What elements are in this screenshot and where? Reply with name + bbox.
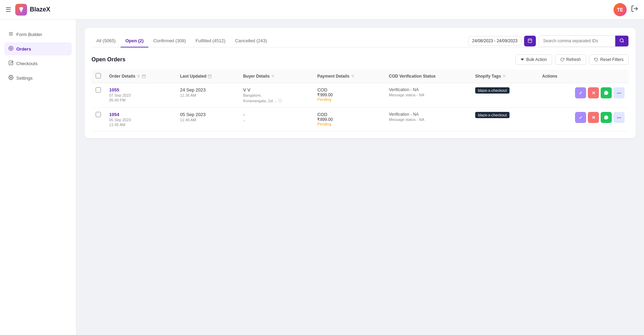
- tabs-row: All (5065) Open (2) Confirmed (308) Fulf…: [92, 35, 629, 47]
- svg-rect-6: [9, 61, 13, 65]
- sidebar-label-form-builder: Form Builder: [16, 32, 42, 37]
- cancel-button-1054[interactable]: ✕: [588, 112, 599, 123]
- tab-cancelled[interactable]: Cancelled (243): [230, 35, 272, 47]
- payment-amount-1054: ₹899.00: [317, 117, 381, 122]
- svg-point-12: [620, 38, 623, 42]
- form-builder-icon: [8, 31, 14, 37]
- table-row: 1054 05 Sep 2023 11:45 AM 05 Sep 2023 11…: [92, 108, 629, 131]
- th-tags-filter-icon[interactable]: [502, 74, 506, 78]
- more-button-1055[interactable]: ···: [613, 87, 625, 98]
- orders-table: Order Details: [92, 70, 629, 131]
- buyer-details-cell: - -,: [239, 108, 313, 131]
- tab-all[interactable]: All (5065): [92, 35, 121, 47]
- info-icon-1055[interactable]: ⓘ: [278, 98, 282, 103]
- row-actions-1055: ✓ ✕ ···: [542, 87, 625, 98]
- search-button[interactable]: [615, 36, 628, 46]
- sidebar-item-settings[interactable]: Settings: [4, 71, 72, 85]
- order-id-1054[interactable]: 1054: [109, 112, 172, 117]
- settings-icon: [8, 75, 14, 81]
- refresh-button[interactable]: Refresh: [555, 54, 586, 65]
- top-navigation: ☰ BlazeX TE: [0, 0, 644, 19]
- search-box: [539, 35, 629, 47]
- row-checkbox-1054[interactable]: [96, 112, 101, 117]
- orders-icon: [8, 46, 14, 52]
- whatsapp-button-1054[interactable]: [601, 112, 612, 123]
- order-date-1054: 05 Sep 2023: [109, 118, 172, 122]
- th-buyer-filter-icon[interactable]: [271, 74, 275, 78]
- app-layout: Form Builder Orders Checkouts: [0, 19, 644, 335]
- shopify-tag-1055: blaze-x-checkout: [475, 87, 510, 94]
- sidebar-label-orders: Orders: [16, 46, 31, 52]
- buyer-name-1054: -: [243, 112, 309, 117]
- th-shopify-tags: Shopify Tags: [471, 70, 538, 83]
- date-range-value: 24/08/2023 - 24/09/2023: [472, 38, 517, 43]
- shopify-tags-cell: blaze-x-checkout: [471, 83, 538, 108]
- svg-point-4: [9, 46, 13, 51]
- table-row: 1055 07 Sep 2023 05:40 PM 24 Sep 2023 11…: [92, 83, 629, 108]
- order-details-cell: 1055 07 Sep 2023 05:40 PM: [105, 83, 176, 108]
- calendar-button[interactable]: [524, 36, 536, 46]
- updated-date-1055: 24 Sep 2023: [180, 87, 235, 92]
- checkouts-icon: [8, 60, 14, 67]
- content-card: All (5065) Open (2) Confirmed (308) Fulf…: [85, 28, 636, 138]
- payment-details-cell: COD ₹999.00 Pending: [313, 83, 385, 108]
- sidebar: Form Builder Orders Checkouts: [0, 19, 76, 335]
- action-buttons: Bulk Action Refresh: [515, 54, 629, 65]
- sidebar-label-settings: Settings: [16, 76, 33, 81]
- th-last-updated: Last Updated: [176, 70, 239, 83]
- cod-verification-cell: Verification - NA Message status - NA: [385, 108, 471, 131]
- th-updated-calendar-icon[interactable]: [208, 74, 212, 78]
- svg-marker-14: [521, 59, 524, 61]
- shopify-tag-1054: blaze-x-checkout: [475, 112, 510, 118]
- row-checkbox-1055[interactable]: [96, 87, 101, 92]
- select-all-checkbox[interactable]: [96, 73, 101, 78]
- order-id-1055[interactable]: 1055: [109, 87, 172, 92]
- order-details-cell: 1054 05 Sep 2023 11:45 AM: [105, 108, 176, 131]
- buyer-name-1055: V V: [243, 87, 309, 92]
- whatsapp-button-1055[interactable]: [601, 87, 612, 98]
- shopify-tags-cell: blaze-x-checkout: [471, 108, 538, 131]
- svg-point-5: [10, 47, 12, 49]
- buyer-address-1055: Koramangala, 1st ...ⓘ: [243, 98, 309, 103]
- th-actions: Actions: [538, 70, 629, 83]
- th-order-calendar-icon[interactable]: [142, 74, 146, 78]
- cancel-button-1055[interactable]: ✕: [588, 87, 599, 98]
- th-order-details: Order Details: [105, 70, 176, 83]
- tab-search-area: 24/08/2023 - 24/09/2023: [468, 35, 629, 47]
- sidebar-item-form-builder[interactable]: Form Builder: [4, 28, 72, 41]
- tab-confirmed[interactable]: Confirmed (308): [148, 35, 191, 47]
- sidebar-item-checkouts[interactable]: Checkouts: [4, 57, 72, 70]
- payment-amount-1055: ₹999.00: [317, 92, 381, 97]
- sort-icon[interactable]: [137, 74, 140, 78]
- search-input[interactable]: [539, 36, 615, 46]
- message-status-1055: Message status - NA: [389, 93, 467, 97]
- tab-fulfilled[interactable]: Fulfilled (4512): [191, 35, 230, 47]
- updated-date-1054: 05 Sep 2023: [180, 112, 235, 117]
- payment-method-1055: COD: [317, 87, 381, 92]
- th-buyer-details: Buyer Details: [239, 70, 313, 83]
- confirm-button-1055[interactable]: ✓: [575, 87, 586, 98]
- reset-filters-button[interactable]: Reset Filters: [589, 54, 629, 65]
- message-status-1054: Message status - NA: [389, 117, 467, 122]
- main-content: All (5065) Open (2) Confirmed (308) Fulf…: [76, 19, 644, 335]
- tab-open[interactable]: Open (2): [121, 35, 149, 47]
- verification-1055: Verification - NA: [389, 87, 467, 92]
- buyer-city-1055: Bangalore,: [243, 93, 309, 97]
- th-select-all: [92, 70, 105, 83]
- order-time-1055: 05:40 PM: [109, 98, 172, 102]
- hamburger-menu[interactable]: ☰: [6, 6, 11, 14]
- table-header-row: Order Details: [92, 70, 629, 83]
- sidebar-item-orders[interactable]: Orders: [4, 42, 72, 55]
- confirm-button-1054[interactable]: ✓: [575, 112, 586, 123]
- more-button-1054[interactable]: ···: [613, 112, 625, 123]
- svg-line-13: [623, 41, 624, 42]
- th-payment-filter-icon[interactable]: [351, 74, 355, 78]
- th-payment-details: Payment Details: [313, 70, 385, 83]
- th-cod-verification: COD Verification Status: [385, 70, 471, 83]
- svg-point-7: [10, 77, 12, 78]
- svg-rect-22: [208, 75, 211, 78]
- user-avatar[interactable]: TE: [613, 3, 627, 16]
- bulk-action-button[interactable]: Bulk Action: [515, 54, 552, 65]
- date-range-box: 24/08/2023 - 24/09/2023: [468, 36, 521, 46]
- logout-button[interactable]: [631, 5, 638, 14]
